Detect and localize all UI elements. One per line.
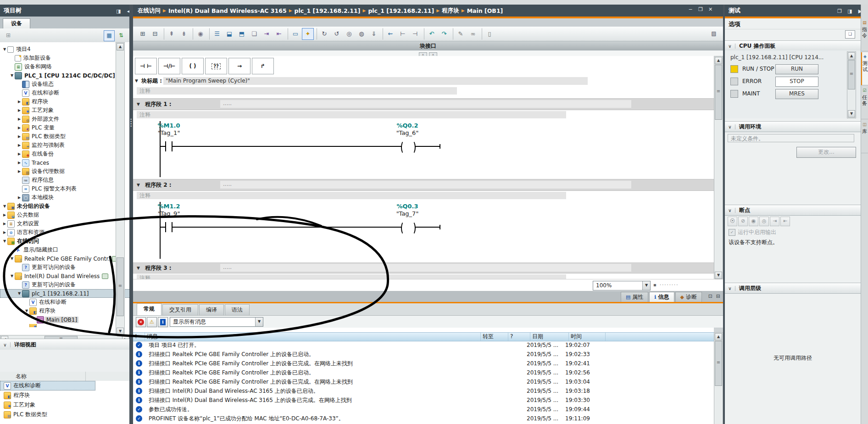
- chevron-down-icon[interactable]: ∨: [725, 208, 735, 213]
- expander-icon[interactable]: ▶: [17, 161, 22, 165]
- network-1-comment-inline[interactable]: .....: [220, 100, 631, 108]
- detail-view-header[interactable]: ∨ 详细视图: [0, 339, 129, 351]
- message-row[interactable]: 扫描接口 Realtek PCIe GBE Family Controller …: [133, 368, 714, 377]
- expander-icon[interactable]: ▶: [17, 143, 22, 147]
- contact-symbol[interactable]: [165, 141, 166, 151]
- expander-icon[interactable]: ▼: [17, 291, 22, 296]
- breakpoint-icon[interactable]: ⦿: [728, 217, 737, 226]
- detail-view-item[interactable]: 在线和诊断: [0, 381, 95, 391]
- tree-item[interactable]: ▼ Realtek PCIe GBE Family Contr.: [0, 254, 125, 263]
- message-row[interactable]: 扫描接口 Realtek PCIe GBE Family Controller …: [133, 377, 714, 386]
- toolbar-icon[interactable]: ↶: [424, 28, 438, 40]
- chevron-down-icon[interactable]: ▼: [642, 281, 650, 290]
- expand-pane-icon[interactable]: ⊡: [708, 293, 712, 299]
- tree-item[interactable]: 更新可访问的设备: [0, 263, 129, 272]
- breadcrumb-item[interactable]: 程序块: [442, 7, 459, 15]
- network-3-comment-inline[interactable]: .....: [220, 264, 631, 272]
- message-tab[interactable]: 语法: [225, 304, 250, 315]
- change-button[interactable]: 更改...: [796, 147, 856, 158]
- coil-tag[interactable]: "Tag_7": [396, 210, 419, 217]
- inspector-tab[interactable]: 信息: [649, 292, 674, 302]
- cpu-panel-header[interactable]: ∨ CPU 操作面板: [725, 40, 861, 51]
- breakpoint-icon[interactable]: ◎: [759, 217, 769, 226]
- breadcrumb-item[interactable]: plc_1 [192.168.2.11]: [368, 7, 434, 14]
- column-header[interactable]: 转至: [481, 333, 508, 341]
- palette-item[interactable]: ( ): [182, 58, 204, 74]
- toolbar-icon[interactable]: ◍: [356, 28, 367, 40]
- message-tab[interactable]: 编译: [199, 304, 224, 315]
- breakpoint-icon[interactable]: ◉: [749, 217, 758, 226]
- breadcrumb-item[interactable]: Intel(R) Dual Band Wireless-AC 3165: [168, 7, 287, 14]
- toolbar-icon[interactable]: ⬓: [223, 28, 235, 40]
- palette-item[interactable]: ↱: [252, 58, 274, 74]
- tree-item[interactable]: ▶ 监控与强制表: [0, 141, 129, 150]
- tree-item[interactable]: ▼ 未分组的设备: [0, 202, 117, 211]
- tree-item[interactable]: 在线和诊断: [0, 89, 129, 97]
- expander-icon[interactable]: ▶: [2, 213, 7, 217]
- tree-item[interactable]: ▶ 语言和资源: [0, 228, 117, 237]
- detail-view-item[interactable]: 程序块: [0, 391, 129, 400]
- detail-view-column-header[interactable]: 名称: [0, 372, 129, 381]
- zoom-slider[interactable]: [653, 282, 679, 287]
- tree-item[interactable]: ▶ 设备代理数据: [0, 167, 129, 176]
- block-title-value[interactable]: "Main Program Sweep (Cycle)": [163, 77, 588, 85]
- palette-item[interactable]: →: [228, 58, 250, 74]
- tree-item[interactable]: ▼ PLC_1 [CPU 1214C DC/DC/DC]: [0, 71, 125, 80]
- call-env-header[interactable]: ∨ 调用环境: [725, 121, 861, 132]
- task-card-tab[interactable]: 任务: [861, 86, 868, 119]
- expander-icon[interactable]: ▶: [17, 117, 22, 121]
- column-header[interactable]: 消息: [145, 333, 481, 341]
- filter-warnings-icon[interactable]: [147, 317, 157, 327]
- inspector-tab[interactable]: 属性: [621, 292, 648, 302]
- breadcrumb-item[interactable]: 在线访问: [138, 7, 161, 15]
- palette-item[interactable]: ⊣/⊢: [158, 58, 180, 74]
- contact-tag[interactable]: "Tag_1": [158, 129, 180, 136]
- tree-item[interactable]: ▶ 文档设置: [0, 219, 117, 228]
- contact-symbol[interactable]: [165, 222, 166, 232]
- expander-icon[interactable]: ▼: [9, 73, 15, 78]
- coil-symbol[interactable]: [401, 221, 407, 235]
- breakpoints-header[interactable]: ∨ 断点: [725, 205, 861, 216]
- network-1-comment[interactable]: 注释: [137, 111, 566, 118]
- expander-icon[interactable]: ▶: [2, 230, 7, 234]
- expander-icon[interactable]: ▶: [17, 100, 22, 104]
- toolbar-icon[interactable]: ⇥: [261, 28, 273, 40]
- task-card-tab[interactable]: 库: [861, 120, 868, 153]
- toolbar-icon[interactable]: ∞: [467, 28, 479, 40]
- toolbar-icon[interactable]: ▭: [288, 28, 301, 40]
- network-3-header[interactable]: ▼ 程序段 3 : .....: [133, 262, 714, 273]
- message-row[interactable]: 参数已成功传送。 2019/5/5 ... 19:09:44: [133, 405, 714, 414]
- cpu-action-button[interactable]: MRES: [775, 89, 818, 99]
- tree-item[interactable]: 设备和网络: [0, 62, 125, 71]
- tree-item[interactable]: ▶ 工艺对象: [0, 106, 129, 115]
- chevron-down-icon[interactable]: ∨: [725, 286, 735, 291]
- message-tab[interactable]: 交叉引用: [162, 304, 198, 315]
- column-header[interactable]: ?: [508, 333, 530, 341]
- new-folder-icon[interactable]: ⊞: [3, 30, 14, 41]
- tree-item[interactable]: ▼ plc_1 [192.168.2.11]: [0, 289, 129, 298]
- palette-item[interactable]: ??: [205, 58, 227, 74]
- toolbar-overflow-icon[interactable]: ▨: [708, 28, 719, 39]
- block-interface-bar[interactable]: 块接口: [133, 41, 723, 51]
- collapse-icon[interactable]: ▼: [137, 102, 140, 106]
- ladder-vertical-scrollbar[interactable]: ▲ ▼: [714, 56, 723, 280]
- coil-symbol[interactable]: [401, 140, 407, 154]
- cpu-panel-scrollbar[interactable]: ▲ ▼: [847, 51, 856, 118]
- left-splitter[interactable]: ••••: [129, 5, 133, 424]
- cpu-action-button[interactable]: RUN: [775, 64, 818, 74]
- filter-errors-icon[interactable]: [136, 317, 146, 327]
- coil-address[interactable]: %Q0.2: [396, 122, 418, 129]
- expander-icon[interactable]: ▶: [17, 108, 22, 112]
- message-row[interactable]: 扫描接口 Intel(R) Dual Band Wireless-AC 3165…: [133, 386, 714, 396]
- tree-item[interactable]: ▶ 程序块: [0, 97, 129, 106]
- auto-collapse-icon[interactable]: ◨: [114, 8, 122, 14]
- network-2-header[interactable]: ▼ 程序段 2 : .....: [133, 179, 714, 191]
- network-2-comment[interactable]: 注释: [137, 192, 566, 199]
- tree-item[interactable]: ▶ 在线备份: [0, 150, 129, 158]
- toolbar-icon[interactable]: ✦: [302, 28, 314, 40]
- message-row[interactable]: 扫描接口 Realtek PCIe GBE Family Controller …: [133, 359, 714, 368]
- task-card-tab[interactable]: 测试: [861, 52, 868, 85]
- coil-address[interactable]: %Q0.3: [396, 203, 418, 210]
- block-comment[interactable]: 注释: [137, 87, 457, 95]
- tree-item[interactable]: 更新可访问的设备: [0, 280, 129, 289]
